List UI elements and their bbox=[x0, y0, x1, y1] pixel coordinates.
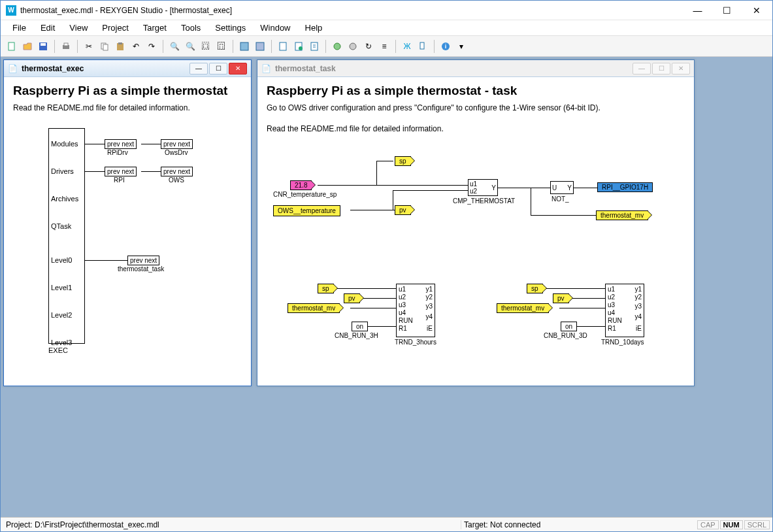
not-block[interactable]: U Y bbox=[550, 181, 574, 194]
trnd1-y2: y2 bbox=[425, 293, 433, 301]
trnd2-pv[interactable]: pv bbox=[553, 293, 569, 303]
child-minimize-button[interactable]: — bbox=[189, 63, 208, 75]
menu-target[interactable]: Target bbox=[137, 22, 173, 34]
toolbar-separator bbox=[325, 40, 326, 53]
toolbar-help-button[interactable]: i bbox=[438, 39, 453, 54]
wire bbox=[531, 215, 596, 216]
trnd1-cnb: CNB_RUN_3H bbox=[335, 332, 378, 339]
diagram-task[interactable]: Raspberry Pi as a simple thermostat - ta… bbox=[257, 77, 694, 386]
trnd1-sp[interactable]: sp bbox=[318, 284, 334, 293]
trnd2-sp[interactable]: sp bbox=[527, 284, 543, 293]
window-maximize-button[interactable]: ☐ bbox=[712, 1, 742, 20]
toolbar-help-drop-button[interactable]: ▾ bbox=[454, 39, 469, 54]
menu-edit[interactable]: Edit bbox=[34, 22, 61, 34]
toolbar-cut-button[interactable]: ✂ bbox=[82, 39, 96, 54]
toolbar-zoomout-button[interactable]: 🔍 bbox=[183, 39, 197, 54]
toolbar-save-button[interactable] bbox=[36, 39, 50, 54]
cmp-y: Y bbox=[491, 184, 496, 191]
toolbar-lib2-button[interactable] bbox=[253, 39, 267, 54]
wire bbox=[318, 185, 468, 186]
trnd2-tmv[interactable]: thermostat_mv bbox=[497, 303, 549, 313]
child-titlebar-exec[interactable]: 📄 thermostat_exec — ☐ ✕ bbox=[4, 60, 251, 77]
trnd1-run: RUN bbox=[399, 317, 413, 324]
menu-project[interactable]: Project bbox=[95, 22, 135, 34]
svg-point-16 bbox=[350, 43, 356, 50]
wire bbox=[574, 188, 597, 188]
toolbar-paste-button[interactable] bbox=[113, 39, 127, 54]
wire bbox=[393, 190, 468, 191]
toolbar-separator bbox=[77, 40, 78, 53]
toolbar-zoomfit-button[interactable]: ⿴ bbox=[199, 39, 213, 54]
status-scrl: SCRL bbox=[744, 520, 770, 529]
diagram-exec[interactable]: Raspberry Pi as a simple thermostat Read… bbox=[4, 77, 251, 386]
toolbar-proc3-button[interactable]: ↻ bbox=[361, 39, 376, 54]
block-rpi-label: RPI bbox=[114, 176, 125, 184]
toolbar-separator bbox=[233, 40, 233, 53]
toolbar-redo-button[interactable]: ↷ bbox=[144, 39, 159, 54]
svg-text:i: i bbox=[445, 43, 447, 50]
ows-temp-tag[interactable]: OWS__temperature bbox=[273, 205, 340, 216]
toolbar-zoomsel-button[interactable]: ⿵ bbox=[214, 39, 229, 54]
cmp-block[interactable]: u1 u2 Y bbox=[468, 179, 498, 196]
sp-tag[interactable]: sp bbox=[395, 156, 411, 166]
block-owsdrv[interactable]: prev next bbox=[161, 139, 193, 149]
toolbar-list-button[interactable]: ≡ bbox=[377, 39, 391, 54]
trnd2-label: TRND_10days bbox=[601, 339, 644, 346]
trnd1-y4: y4 bbox=[425, 313, 433, 320]
svg-point-15 bbox=[334, 43, 340, 50]
trnd1-u3: u3 bbox=[399, 301, 406, 308]
trnd1-block[interactable]: u1 u2 u3 u4 RUN R1 y1 y2 y3 y4 iE bbox=[396, 284, 435, 337]
pv-tag[interactable]: pv bbox=[395, 205, 411, 215]
cnr-value[interactable]: 21.8 bbox=[290, 180, 312, 190]
menu-settings[interactable]: Settings bbox=[208, 22, 252, 34]
toolbar-undo-button[interactable]: ↶ bbox=[129, 39, 143, 54]
child-minimize-button[interactable]: — bbox=[633, 63, 651, 75]
block-rpi[interactable]: prev next bbox=[105, 167, 137, 176]
trnd1-pv[interactable]: pv bbox=[344, 293, 360, 303]
toolbar-sheet3-button[interactable] bbox=[307, 39, 321, 54]
trnd2-on[interactable]: on bbox=[561, 322, 577, 331]
child-close-button[interactable]: ✕ bbox=[229, 63, 247, 75]
toolbar-new-button[interactable] bbox=[5, 39, 19, 54]
port-drivers: Drivers bbox=[51, 167, 74, 175]
toolbar-open-button[interactable] bbox=[20, 39, 35, 54]
menu-window[interactable]: Window bbox=[254, 22, 297, 34]
port-qtask: QTask bbox=[51, 222, 71, 230]
trnd2-block[interactable]: u1 u2 u3 u4 RUN R1 y1 y2 y3 y4 iE bbox=[605, 284, 644, 337]
task-info1: Go to OWS driver configuration and press… bbox=[267, 103, 685, 112]
toolbar-print-button[interactable] bbox=[59, 39, 73, 54]
thermostat-mv-tag[interactable]: thermostat_mv bbox=[596, 210, 648, 220]
block-rpidrv[interactable]: prev next bbox=[105, 139, 137, 149]
child-close-button[interactable]: ✕ bbox=[672, 63, 690, 75]
trnd1-u1: u1 bbox=[399, 286, 406, 293]
status-bar: Project: D:\FirstProject\thermostat_exec… bbox=[1, 517, 772, 531]
menu-view[interactable]: View bbox=[63, 22, 94, 34]
block-ows[interactable]: prev next bbox=[161, 167, 193, 176]
toolbar-sheet2-button[interactable] bbox=[291, 39, 306, 54]
gpio-tag[interactable]: RPI__GPIO17H bbox=[597, 182, 653, 192]
menu-help[interactable]: Help bbox=[299, 22, 329, 34]
block-thermtask[interactable]: prev next bbox=[127, 256, 159, 265]
menu-file[interactable]: File bbox=[6, 22, 33, 34]
toolbar-lib1-button[interactable] bbox=[237, 39, 252, 54]
window-close-button[interactable]: ✕ bbox=[742, 1, 771, 20]
window-minimize-button[interactable]: — bbox=[683, 1, 712, 20]
toolbar-net2-button[interactable] bbox=[416, 39, 430, 54]
toolbar-proc1-button[interactable] bbox=[330, 39, 344, 54]
trnd1-y1: y1 bbox=[425, 286, 433, 293]
trnd1-tmv[interactable]: thermostat_mv bbox=[288, 303, 340, 313]
toolbar-net1-button[interactable]: Ж bbox=[400, 39, 414, 54]
menu-tools[interactable]: Tools bbox=[174, 22, 207, 34]
child-maximize-button[interactable]: ☐ bbox=[652, 63, 670, 75]
toolbar-sheet1-button[interactable] bbox=[276, 39, 290, 54]
trnd1-on[interactable]: on bbox=[352, 322, 368, 331]
toolbar-zoomin-button[interactable]: 🔍 bbox=[167, 39, 182, 54]
window-titlebar: W thermostat_exec.mdl - REXYGEN Studio -… bbox=[1, 1, 772, 20]
toolbar-proc2-button[interactable] bbox=[346, 39, 360, 54]
child-window-exec: 📄 thermostat_exec — ☐ ✕ Raspberry Pi as … bbox=[3, 59, 252, 386]
child-maximize-button[interactable]: ☐ bbox=[209, 63, 227, 75]
port-level0: Level0 bbox=[51, 256, 72, 264]
child-titlebar-task[interactable]: 📄 thermostat_task — ☐ ✕ bbox=[257, 60, 694, 77]
wire bbox=[559, 308, 605, 308]
toolbar-copy-button[interactable] bbox=[97, 39, 112, 54]
